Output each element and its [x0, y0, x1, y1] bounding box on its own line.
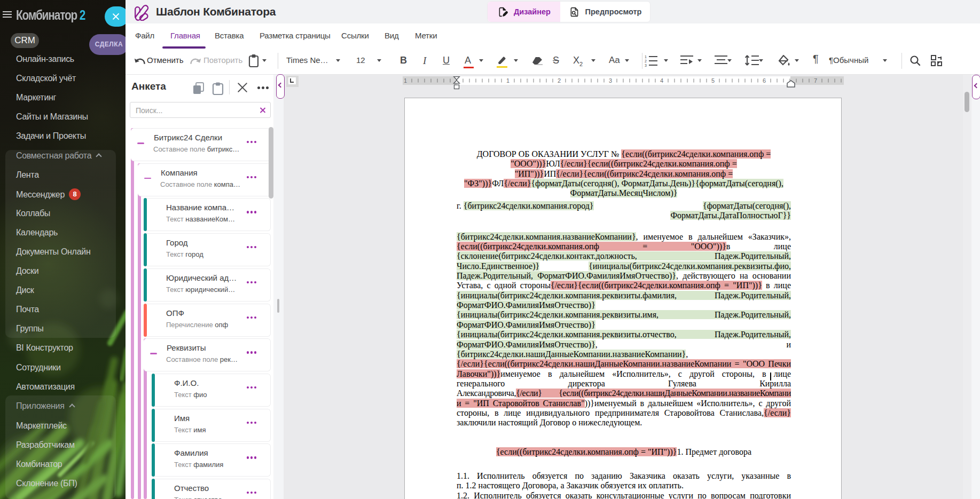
svg-text:3: 3	[645, 64, 647, 67]
svg-text:1: 1	[404, 77, 407, 84]
svg-text:1: 1	[506, 77, 509, 84]
svg-text:5: 5	[711, 77, 715, 84]
svg-text:7: 7	[814, 77, 817, 84]
svg-text:3: 3	[609, 77, 612, 84]
svg-text:2: 2	[645, 59, 647, 63]
svg-text:2: 2	[558, 77, 561, 84]
svg-text:1: 1	[645, 55, 647, 59]
svg-text:4: 4	[660, 77, 663, 84]
svg-text:6: 6	[763, 77, 766, 84]
